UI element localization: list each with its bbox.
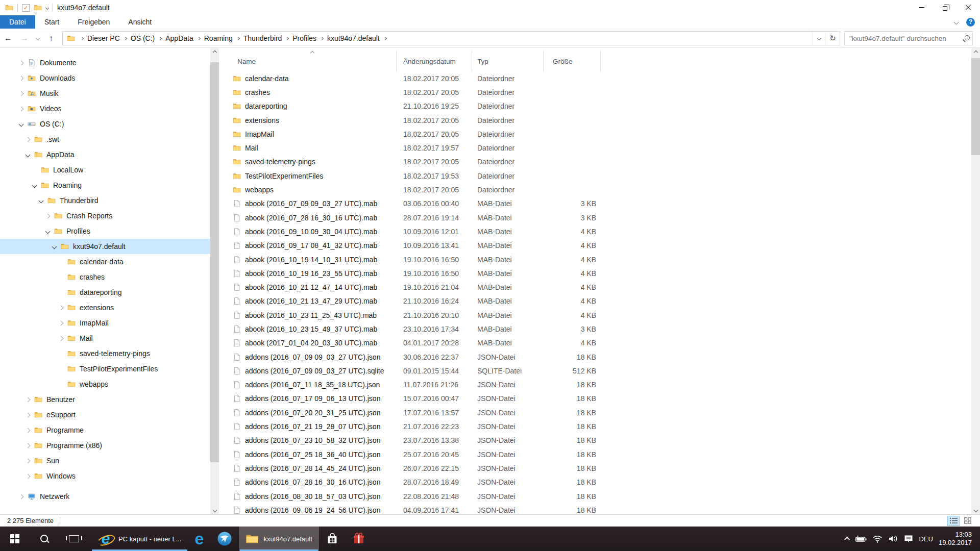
taskbar-app-thunderbird[interactable] xyxy=(210,527,239,551)
file-row[interactable]: addons (2016_07_25 18_36_40 UTC).json25.… xyxy=(225,447,971,461)
collapse-chevron-icon[interactable] xyxy=(32,183,37,188)
expand-chevron-icon[interactable] xyxy=(19,60,24,65)
tree-item-roaming[interactable]: Roaming xyxy=(0,178,210,193)
file-row[interactable]: abook (2016_10_23 15_49_37 UTC).mab23.10… xyxy=(225,322,971,336)
scroll-down-icon[interactable] xyxy=(210,506,219,514)
file-row[interactable]: addons (2016_07_28 14_45_24 UTC).json26.… xyxy=(225,461,971,475)
expand-chevron-icon[interactable] xyxy=(19,494,24,499)
expand-chevron-icon[interactable] xyxy=(26,428,31,433)
file-row[interactable]: addons (2016_09_06 19_24_56 UTC).json04.… xyxy=(225,503,971,514)
file-row[interactable]: abook (2016_09_17 08_41_32 UTC).mab10.09… xyxy=(225,239,971,253)
column-header-date[interactable]: Änderungsdatum xyxy=(397,51,472,71)
tree-item-mail[interactable]: Mail xyxy=(0,331,210,346)
tree-item-thunderbird[interactable]: Thunderbird xyxy=(0,193,210,208)
start-button[interactable] xyxy=(0,527,30,551)
restore-button[interactable] xyxy=(933,0,957,15)
details-view-button[interactable] xyxy=(947,516,960,526)
sidebar-scrollbar[interactable] xyxy=(210,48,219,514)
breadcrumb-item[interactable]: Profiles xyxy=(291,34,318,42)
properties-button[interactable]: ✓ xyxy=(22,4,30,12)
expand-chevron-icon[interactable] xyxy=(26,397,31,402)
recent-locations-chevron-icon[interactable] xyxy=(33,37,43,40)
scroll-up-icon[interactable] xyxy=(210,48,219,57)
hidden-icons-button[interactable] xyxy=(846,537,850,541)
scrollbar-thumb[interactable] xyxy=(971,58,980,155)
tab-start[interactable]: Start xyxy=(35,15,69,29)
tree-item-dokumente[interactable]: Dokumente xyxy=(0,55,210,70)
expand-chevron-icon[interactable] xyxy=(19,91,24,96)
tree-item-esupport[interactable]: eSupport xyxy=(0,407,210,422)
tree-item-netzwerk[interactable]: Netzwerk xyxy=(0,489,210,504)
tree-item-musik[interactable]: Musik xyxy=(0,86,210,101)
tree-item-benutzer[interactable]: Benutzer xyxy=(0,392,210,407)
scrollbar-thumb[interactable] xyxy=(210,62,219,462)
wifi-icon[interactable] xyxy=(872,535,883,543)
expand-chevron-icon[interactable] xyxy=(45,213,51,218)
tab-ansicht[interactable]: Ansicht xyxy=(119,15,161,29)
tree-item-programme[interactable]: Programme xyxy=(0,422,210,438)
help-button[interactable]: ? xyxy=(966,18,975,27)
tree-item-programme-x86[interactable]: Programme (x86) xyxy=(0,438,210,453)
breadcrumb-item[interactable]: kxut94o7.default xyxy=(326,34,381,42)
tree-item-swt[interactable]: .swt xyxy=(0,132,210,147)
search-icon[interactable] xyxy=(961,32,972,45)
taskbar-search-button[interactable] xyxy=(30,527,59,551)
breadcrumb-item[interactable]: Roaming xyxy=(203,34,234,42)
file-row[interactable]: abook (2016_09_10 09_30_04 UTC).mab10.09… xyxy=(225,224,971,238)
tree-item-extensions[interactable]: extensions xyxy=(0,300,210,315)
expand-chevron-icon[interactable] xyxy=(59,336,64,341)
language-indicator[interactable]: DEU xyxy=(919,535,933,543)
taskbar-app-explorer[interactable]: kxut94o7.default xyxy=(239,527,318,551)
tree-item-saved-telemetry-pings[interactable]: saved-telemetry-pings xyxy=(0,346,210,361)
address-bar[interactable]: Dieser PCOS (C:)AppDataRoamingThunderbir… xyxy=(62,31,840,45)
scroll-up-icon[interactable] xyxy=(971,48,980,57)
collapse-chevron-icon[interactable] xyxy=(26,152,31,157)
collapse-chevron-icon[interactable] xyxy=(52,244,57,249)
search-input[interactable] xyxy=(845,35,961,42)
file-row[interactable]: abook (2016_10_23 11_25_43 UTC).mab21.10… xyxy=(225,308,971,322)
expand-chevron-icon[interactable] xyxy=(59,320,64,325)
file-row[interactable]: addons (2016_07_09 09_03_27 UTC).json30.… xyxy=(225,350,971,364)
battery-icon[interactable] xyxy=(855,536,867,542)
column-header-type[interactable]: Typ xyxy=(472,51,544,71)
file-row[interactable]: webapps18.02.2017 20:05Dateiordner xyxy=(225,183,971,196)
file-row[interactable]: abook (2016_10_21 13_47_29 UTC).mab21.10… xyxy=(225,294,971,308)
file-row[interactable]: abook (2016_10_19 14_10_31 UTC).mab19.10… xyxy=(225,253,971,266)
address-dropdown-chevron-icon[interactable] xyxy=(812,32,825,45)
taskbar-app-edge[interactable]: e xyxy=(188,527,211,551)
breadcrumb-item[interactable]: Dieser PC xyxy=(86,34,121,42)
column-header-size[interactable]: Größe xyxy=(544,51,601,71)
file-row[interactable]: TestPilotExperimentFiles18.02.2017 19:53… xyxy=(225,169,971,183)
file-row[interactable]: abook (2016_07_09 09_03_27 UTC).mab03.06… xyxy=(225,197,971,211)
file-row[interactable]: addons (2016_08_30 18_57_03 UTC).json22.… xyxy=(225,489,971,503)
breadcrumb-item[interactable]: AppData xyxy=(164,34,194,42)
tree-item-sun[interactable]: Sun xyxy=(0,453,210,468)
expand-chevron-icon[interactable] xyxy=(19,76,24,81)
file-row[interactable]: addons (2016_07_21 19_28_07 UTC).json21.… xyxy=(225,419,971,433)
task-view-button[interactable] xyxy=(59,527,89,551)
tree-item-crash-reports[interactable]: Crash Reports xyxy=(0,208,210,223)
tree-item-webapps[interactable]: webapps xyxy=(0,377,210,392)
tree-item-videos[interactable]: Videos xyxy=(0,101,210,116)
customize-toolbar-chevron-icon[interactable] xyxy=(45,6,49,9)
tab-datei[interactable]: Datei xyxy=(0,15,35,29)
expand-chevron-icon[interactable] xyxy=(59,305,64,310)
file-row[interactable]: abook (2016_07_28 16_30_16 UTC).mab28.07… xyxy=(225,211,971,224)
expand-chevron-icon[interactable] xyxy=(19,106,24,111)
tree-item-downloads[interactable]: Downloads xyxy=(0,70,210,86)
expand-chevron-icon[interactable] xyxy=(26,458,31,463)
file-row[interactable]: addons (2016_07_23 10_58_32 UTC).json23.… xyxy=(225,434,971,447)
minimize-button[interactable] xyxy=(910,0,933,15)
file-row[interactable]: crashes18.02.2017 20:05Dateiordner xyxy=(225,85,971,99)
tree-item-calendar-data[interactable]: calendar-data xyxy=(0,254,210,269)
close-button[interactable] xyxy=(957,0,980,15)
thumbnails-view-button[interactable] xyxy=(962,516,974,526)
action-center-icon[interactable] xyxy=(904,535,913,543)
file-row[interactable]: extensions18.02.2017 20:05Dateiordner xyxy=(225,113,971,127)
file-list-scrollbar[interactable] xyxy=(971,48,980,514)
file-row[interactable]: abook (2016_10_21 12_47_14 UTC).mab19.10… xyxy=(225,280,971,294)
refresh-button[interactable]: ↻ xyxy=(825,32,840,45)
volume-icon[interactable] xyxy=(888,535,898,543)
breadcrumb-item[interactable]: OS (C:) xyxy=(129,34,156,42)
up-button[interactable]: ↑ xyxy=(43,34,59,43)
